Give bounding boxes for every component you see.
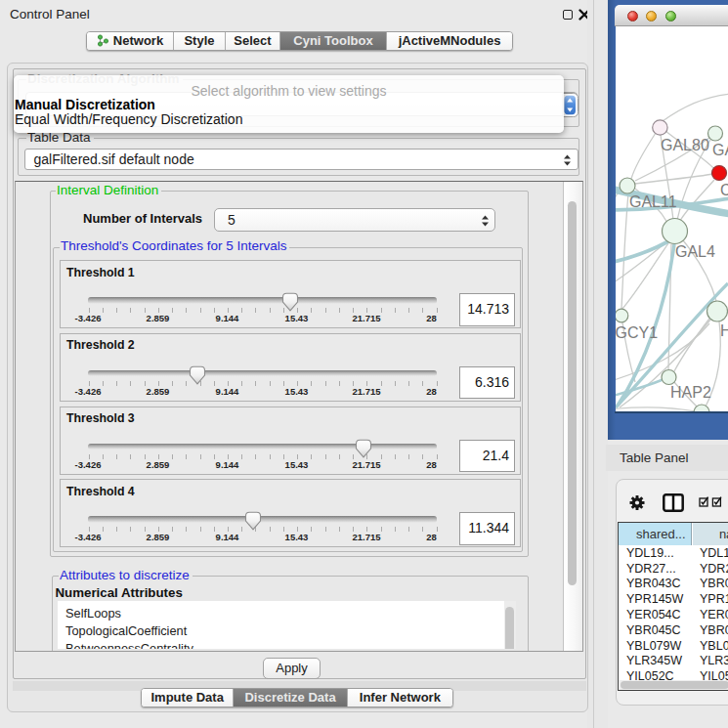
svg-text:GAL11: GAL11 xyxy=(629,193,677,209)
svg-text:GCY1: GCY1 xyxy=(616,323,658,340)
svg-text:GAL80: GAL80 xyxy=(661,136,709,152)
svg-text:H: H xyxy=(720,322,728,339)
svg-text:GA: GA xyxy=(712,141,728,157)
svg-text:GAL4: GAL4 xyxy=(675,243,715,260)
svg-text:CY: CY xyxy=(720,182,728,198)
svg-text:HAP2: HAP2 xyxy=(670,384,711,401)
